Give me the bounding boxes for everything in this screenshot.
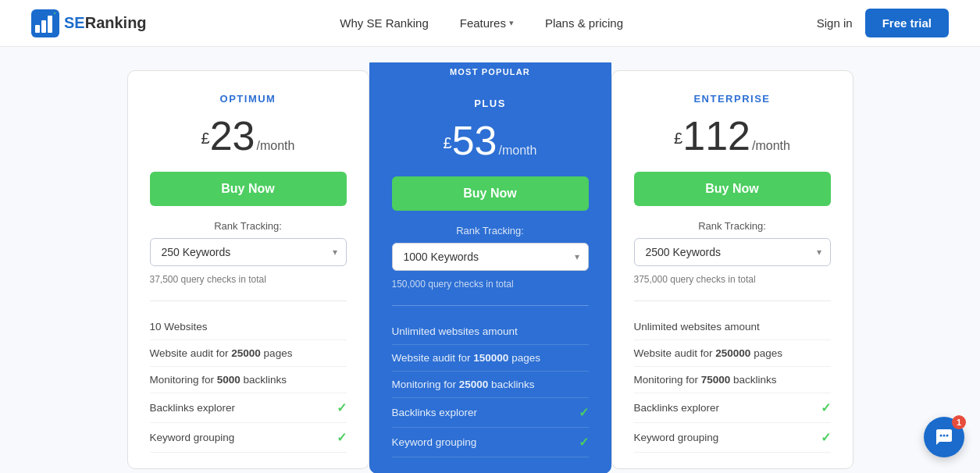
- keyword-select-plus[interactable]: 1000 Keywords 2000 Keywords 3000 Keyword…: [392, 243, 589, 271]
- feature-audit-enterprise: Website audit for 250000 pages: [634, 340, 831, 367]
- plan-name-enterprise: ENTERPRISE: [634, 93, 831, 105]
- check-icon-backlinks-plus: ✓: [579, 405, 589, 420]
- feature-audit-plus: Website audit for 150000 pages: [392, 345, 589, 372]
- check-icon-keyword-plus: ✓: [579, 435, 589, 450]
- plan-card-optimum: OPTIMUM £ 23 /month Buy Now Rank Trackin…: [127, 70, 369, 469]
- feature-monitoring-plus: Monitoring for 25000 backlinks: [392, 372, 589, 398]
- plan-price-enterprise: £ 112 /month: [634, 116, 831, 156]
- keyword-select-wrapper-plus: 1000 Keywords 2000 Keywords 3000 Keyword…: [392, 243, 589, 271]
- svg-rect-2: [41, 20, 46, 33]
- plan-price-plus: £ 53 /month: [392, 120, 589, 161]
- query-checks-enterprise: 375,000 query checks in total: [634, 274, 831, 288]
- feature-keyword-grouping-enterprise: Keyword grouping ✓: [634, 423, 831, 453]
- query-checks-optimum: 37,500 query checks in total: [150, 274, 347, 288]
- feature-backlinks-plus: Backlinks explorer ✓: [392, 398, 589, 428]
- chevron-down-icon: ▾: [509, 18, 514, 28]
- most-popular-badge: MOST POPULAR: [434, 62, 546, 81]
- feature-monitoring-enterprise: Monitoring for 75000 backlinks: [634, 367, 831, 393]
- buy-now-button-plus[interactable]: Buy Now: [392, 176, 589, 211]
- buy-now-button-enterprise[interactable]: Buy Now: [634, 172, 831, 206]
- nav-features[interactable]: Features ▾: [460, 16, 514, 30]
- divider-optimum: [150, 301, 347, 301]
- feature-backlinks-optimum: Backlinks explorer ✓: [150, 393, 347, 423]
- logo-icon: [31, 9, 59, 37]
- free-trial-button[interactable]: Free trial: [865, 9, 949, 37]
- svg-point-7: [946, 435, 949, 437]
- price-period-enterprise: /month: [752, 139, 790, 153]
- logo[interactable]: SERanking: [31, 9, 147, 37]
- rank-tracking-label-optimum: Rank Tracking:: [150, 220, 347, 232]
- plan-name-plus: PLUS: [392, 98, 589, 109]
- price-amount-optimum: 23: [210, 116, 255, 156]
- chat-widget[interactable]: 1: [924, 417, 964, 457]
- currency-enterprise: £: [674, 130, 682, 146]
- logo-text: SERanking: [64, 14, 147, 32]
- feature-websites-optimum: 10 Websites: [150, 314, 347, 340]
- main-content: OPTIMUM £ 23 /month Buy Now Rank Trackin…: [0, 47, 980, 473]
- check-icon-keyword-optimum: ✓: [337, 430, 347, 445]
- check-icon-backlinks-optimum: ✓: [337, 400, 347, 415]
- nav-plans-pricing[interactable]: Plans & pricing: [545, 16, 623, 30]
- keyword-select-wrapper-optimum: 250 Keywords 500 Keywords 750 Keywords 1…: [150, 238, 347, 266]
- check-icon-backlinks-enterprise: ✓: [821, 400, 831, 415]
- keyword-select-wrapper-enterprise: 2500 Keywords 5000 Keywords 10000 Keywor…: [634, 238, 831, 266]
- feature-backlinks-enterprise: Backlinks explorer ✓: [634, 393, 831, 423]
- currency-optimum: £: [201, 130, 210, 146]
- price-amount-plus: 53: [452, 120, 497, 161]
- price-period-plus: /month: [499, 144, 537, 158]
- rank-tracking-label-plus: Rank Tracking:: [392, 225, 589, 236]
- pricing-container: OPTIMUM £ 23 /month Buy Now Rank Trackin…: [61, 70, 920, 473]
- sign-in-button[interactable]: Sign in: [817, 16, 853, 30]
- price-period-optimum: /month: [257, 139, 295, 153]
- plan-card-enterprise: ENTERPRISE £ 112 /month Buy Now Rank Tra…: [611, 70, 853, 469]
- buy-now-button-optimum[interactable]: Buy Now: [150, 172, 347, 206]
- svg-rect-4: [54, 12, 55, 14]
- feature-websites-plus: Unlimited websites amount: [392, 318, 589, 345]
- divider-enterprise: [634, 301, 831, 301]
- feature-monitoring-optimum: Monitoring for 5000 backlinks: [150, 367, 347, 393]
- feature-websites-enterprise: Unlimited websites amount: [634, 314, 831, 340]
- nav-why-se-ranking[interactable]: Why SE Ranking: [340, 16, 428, 30]
- keyword-select-enterprise[interactable]: 2500 Keywords 5000 Keywords 10000 Keywor…: [634, 238, 831, 266]
- feature-keyword-grouping-plus: Keyword grouping ✓: [392, 428, 589, 457]
- header: SERanking Why SE Ranking Features ▾ Plan…: [0, 0, 980, 47]
- svg-rect-3: [48, 16, 52, 33]
- check-icon-keyword-enterprise: ✓: [821, 430, 831, 445]
- rank-tracking-label-enterprise: Rank Tracking:: [634, 220, 831, 232]
- divider-plus: [392, 305, 589, 306]
- feature-audit-optimum: Website audit for 25000 pages: [150, 340, 347, 367]
- svg-rect-1: [35, 25, 40, 33]
- keyword-select-optimum[interactable]: 250 Keywords 500 Keywords 750 Keywords 1…: [150, 238, 347, 266]
- main-nav: Why SE Ranking Features ▾ Plans & pricin…: [340, 16, 623, 30]
- svg-point-5: [940, 435, 943, 437]
- plan-price-optimum: £ 23 /month: [150, 116, 347, 156]
- query-checks-plus: 150,000 query checks in total: [392, 279, 589, 293]
- header-actions: Sign in Free trial: [817, 9, 949, 37]
- price-amount-enterprise: 112: [682, 116, 750, 156]
- chat-badge: 1: [952, 415, 966, 429]
- chat-icon: [935, 428, 953, 446]
- currency-plus: £: [444, 135, 452, 151]
- plan-card-plus: MOST POPULAR PLUS £ 53 /month Buy Now Ra…: [369, 62, 611, 473]
- feature-keyword-grouping-optimum: Keyword grouping ✓: [150, 423, 347, 453]
- plan-name-optimum: OPTIMUM: [150, 93, 347, 105]
- svg-point-6: [943, 435, 946, 437]
